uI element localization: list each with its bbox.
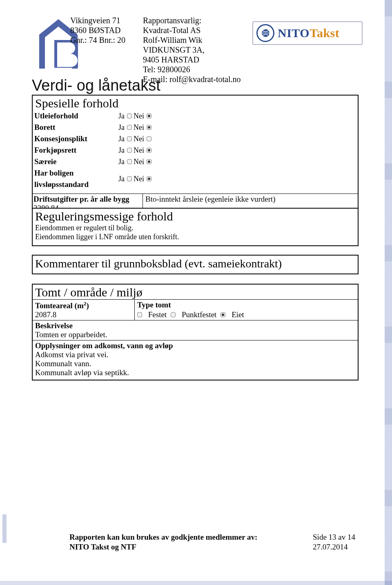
radio-icon — [220, 312, 225, 317]
tomt-opplysninger: Opplysninger om adkomst, vann og avløp A… — [33, 340, 358, 380]
option-nei: Nei — [134, 173, 151, 185]
beskrivelse-label: Beskrivelse — [35, 321, 73, 330]
option-label: Ja — [118, 122, 125, 133]
nito-text: NITOTakst — [278, 26, 339, 40]
address-line: Gnr.: 74 Bnr.: 20 — [70, 35, 125, 45]
option-label: Ja — [118, 145, 125, 156]
radio-icon — [127, 159, 132, 164]
option-ja: Ja — [118, 133, 132, 145]
option-festet: Festet — [146, 310, 167, 319]
option-nei: Nei — [134, 133, 151, 145]
beskrivelse-text: Tomten er opparbeidet. — [35, 330, 107, 339]
address-line: Vikingveien 71 — [70, 16, 125, 25]
radio-icon — [127, 125, 132, 130]
radio-icon — [171, 312, 176, 317]
section-spesielle-forhold: Spesielle forhold UtleieforholdJaNeiBore… — [32, 95, 359, 217]
option-nei: Nei — [134, 156, 151, 167]
address-line: 8360 BØSTAD — [70, 25, 125, 35]
option-label: Nei — [134, 145, 144, 156]
option-nei: Nei — [134, 145, 151, 156]
section-heading: Kommentarer til grunnboksblad (evt. same… — [33, 256, 358, 270]
spesielle-row: SæreieJaNei — [34, 156, 356, 167]
row-options: JaNei — [118, 133, 151, 145]
option-nei: Nei — [134, 122, 151, 133]
type-tomt-options: Festet Punktfestet Eiet — [137, 309, 355, 319]
property-address: Vikingveien 71 8360 BØSTAD Gnr.: 74 Bnr.… — [70, 16, 125, 45]
oppl-line: Kommunalt vann. — [35, 359, 91, 368]
row-options: JaNei — [118, 173, 151, 185]
oppl-line: Kommunalt avløp via septikk. — [35, 368, 129, 377]
section-kommentarer: Kommentarer til grunnboksblad (evt. same… — [32, 255, 359, 274]
spesielle-row: UtleieforholdJaNei — [34, 110, 356, 122]
section-heading: Reguleringsmessige forhold — [33, 209, 358, 223]
resp-city: 9405 HARSTAD — [143, 55, 241, 65]
oppl-line: Adkomst via privat vei. — [35, 350, 108, 359]
option-label: Nei — [134, 110, 144, 122]
option-punktfestet: Punktfestet — [180, 310, 216, 319]
option-label: Ja — [118, 173, 125, 185]
section-heading: Spesielle forhold — [33, 96, 358, 110]
footer: Rapporten kan kun brukes av godkjente me… — [69, 532, 355, 552]
radio-icon — [147, 136, 151, 141]
tomteareal-cell: Tomteareal (m2) 2087.8 — [33, 300, 135, 320]
tomt-beskrivelse: Beskrivelse Tomten er opparbeidet. — [33, 320, 358, 340]
option-ja: Ja — [118, 145, 132, 156]
type-tomt-cell: Type tomt Festet Punktfestet Eiet — [135, 300, 358, 320]
row-label: Har boligen livsløpsstandard — [34, 167, 118, 190]
spesielle-row: ForkjøpsrettJaNei — [34, 145, 356, 156]
resp-name: Rolf-William Wik — [143, 35, 241, 45]
footer-right: Side 13 av 14 27.07.2014 — [313, 532, 355, 552]
section-tomt: Tomt / område / miljø Tomteareal (m2) 20… — [32, 284, 359, 380]
radio-icon — [147, 176, 151, 181]
spesielle-rows: UtleieforholdJaNeiBorettJaNeiKonsesjonsp… — [33, 110, 358, 192]
page-title: Verdi- og lånetakst — [32, 77, 160, 94]
option-label: Ja — [118, 133, 125, 145]
spesielle-row: BorettJaNei — [34, 122, 356, 133]
row-options: JaNei — [118, 145, 151, 156]
spesielle-row: Har boligen livsløpsstandardJaNei — [34, 167, 356, 190]
edge-decor-left — [2, 514, 7, 543]
resp-title: Rapportansvarlig: — [143, 16, 241, 25]
logo-nito: NITOTakst — [252, 21, 363, 45]
nito-word-blue: NITO — [278, 26, 310, 40]
radio-icon — [147, 159, 151, 164]
oppl-label: Opplysninger om adkomst, vann og avløp — [35, 341, 173, 350]
nito-globe-icon — [256, 24, 274, 42]
option-eiet: Eiet — [229, 310, 244, 319]
radio-icon — [127, 176, 132, 181]
option-label: Nei — [134, 133, 144, 145]
option-label: Nei — [134, 173, 144, 185]
option-ja: Ja — [118, 173, 132, 185]
radio-icon — [147, 148, 151, 153]
radio-icon — [147, 125, 151, 130]
footer-left: Rapporten kan kun brukes av godkjente me… — [69, 532, 257, 552]
section-regulering: Reguleringsmessige forhold Eiendommen er… — [32, 208, 359, 246]
tomteareal-label: Tomteareal (m2) — [35, 301, 89, 310]
nito-word-orange: Takst — [310, 26, 339, 40]
edge-decor-right — [385, 0, 392, 585]
option-ja: Ja — [118, 110, 132, 122]
radio-icon — [127, 148, 132, 153]
edge-decor-bottom — [0, 581, 392, 585]
footer-text: NITO Takst og NTF — [69, 542, 257, 552]
responsible-block: Rapportansvarlig: Kvadrat-Total AS Rolf-… — [143, 16, 241, 84]
page: Vikingveien 71 8360 BØSTAD Gnr.: 74 Bnr.… — [0, 0, 392, 585]
row-label: Konsesjonsplikt — [34, 133, 118, 145]
footer-page: Side 13 av 14 — [313, 532, 355, 542]
tomt-row-areal-type: Tomteareal (m2) 2087.8 Type tomt Festet … — [33, 299, 358, 320]
drift-label: Driftsutgifter pr. år alle bygg — [33, 195, 129, 203]
regulering-line: Eiendommen er regulert til bolig. — [35, 223, 355, 232]
row-label: Forkjøpsrett — [34, 145, 118, 156]
footer-text: Rapporten kan kun brukes av godkjente me… — [69, 532, 257, 542]
row-label: Borett — [34, 122, 118, 133]
option-nei: Nei — [134, 110, 151, 122]
option-label: Nei — [134, 122, 144, 133]
row-options: JaNei — [118, 122, 151, 133]
option-label: Ja — [118, 156, 125, 167]
resp-tel: Tel: 92800026 — [143, 65, 241, 74]
radio-icon — [137, 312, 142, 317]
bto-label: Bto-inntekt årsleie (egenleie ikke vurde… — [145, 195, 276, 203]
spesielle-row: KonsesjonspliktJaNei — [34, 133, 356, 145]
regulering-line: Eiendommen ligger i LNF område uten fors… — [35, 232, 355, 241]
resp-company: Kvadrat-Total AS — [143, 25, 241, 35]
